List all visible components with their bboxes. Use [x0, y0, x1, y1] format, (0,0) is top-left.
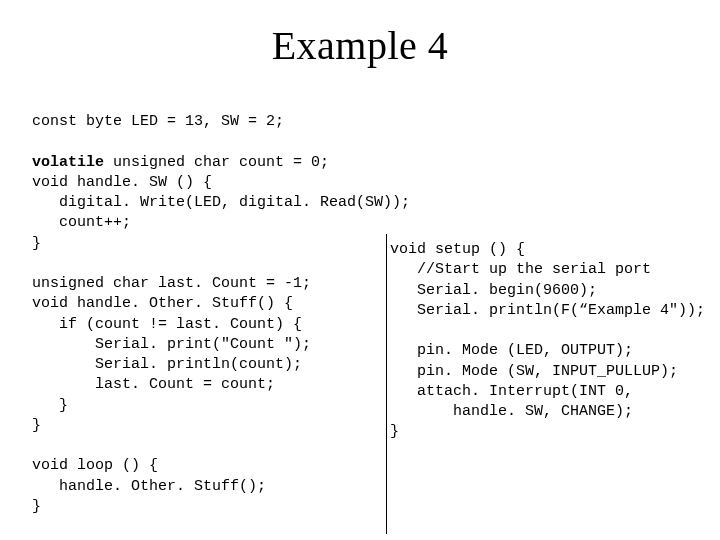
volatile-keyword: volatile: [32, 154, 104, 171]
slide-title: Example 4: [0, 0, 720, 69]
column-divider: [386, 234, 387, 534]
code-const-line: const byte LED = 13, SW = 2;: [32, 113, 284, 130]
code-right-block: void setup () { //Start up the serial po…: [390, 241, 705, 440]
code-left-column: const byte LED = 13, SW = 2; volatile un…: [32, 112, 392, 517]
code-left-block: void handle. SW () { digital. Write(LED,…: [32, 174, 410, 515]
code-right-column: void setup () { //Start up the serial po…: [390, 240, 720, 443]
slide: Example 4 const byte LED = 13, SW = 2; v…: [0, 0, 720, 540]
code-area: const byte LED = 13, SW = 2; volatile un…: [32, 112, 698, 530]
volatile-rest: unsigned char count = 0;: [104, 154, 329, 171]
